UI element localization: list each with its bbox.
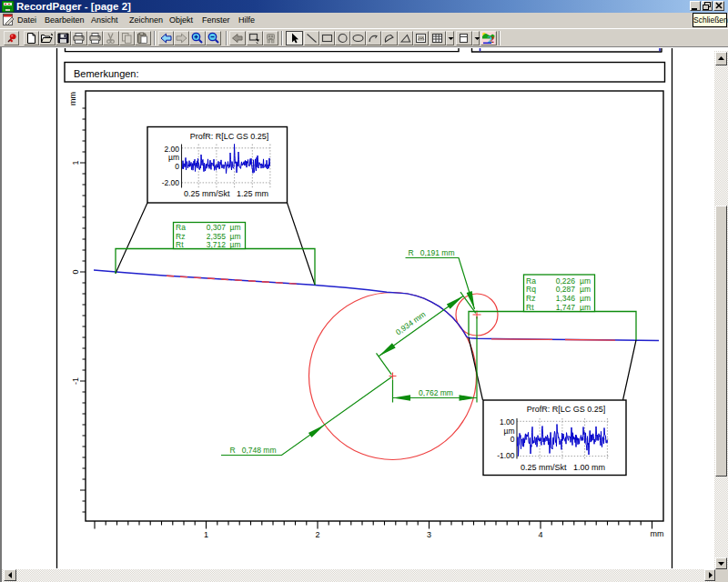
svg-text:µm: µm xyxy=(580,276,591,286)
svg-text:3: 3 xyxy=(427,530,431,539)
svg-text:0,226: 0,226 xyxy=(556,276,576,286)
svg-text:2,355: 2,355 xyxy=(207,232,227,241)
svg-text:0: 0 xyxy=(71,269,80,274)
svg-text:µm: µm xyxy=(230,240,241,249)
svg-text:0,287: 0,287 xyxy=(556,285,576,294)
svg-text:-2.00: -2.00 xyxy=(162,178,180,187)
svg-text:-1.00: -1.00 xyxy=(497,451,515,460)
svg-text:mm: mm xyxy=(68,92,77,105)
svg-text:ProfR: R[LC GS 0.25]: ProfR: R[LC GS 0.25] xyxy=(190,132,269,141)
svg-text:0.25 mm/Skt 1.00 mm: 0.25 mm/Skt 1.00 mm xyxy=(521,463,605,472)
svg-text:R 0,748 mm: R 0,748 mm xyxy=(230,446,277,455)
svg-text:µm: µm xyxy=(580,294,591,303)
svg-text:Rz: Rz xyxy=(176,232,185,241)
svg-text:0: 0 xyxy=(511,435,515,444)
svg-text:-1: -1 xyxy=(71,377,80,385)
svg-text:3,712: 3,712 xyxy=(207,240,227,249)
svg-text:µm: µm xyxy=(230,232,241,241)
svg-text:2: 2 xyxy=(315,530,319,539)
svg-text:1: 1 xyxy=(71,160,80,165)
svg-text:1,747: 1,747 xyxy=(556,303,576,312)
svg-text:0.25 mm/Skt 1.25 mm: 0.25 mm/Skt 1.25 mm xyxy=(184,189,268,198)
svg-text:Ra: Ra xyxy=(526,276,536,286)
svg-text:1,346: 1,346 xyxy=(556,294,576,303)
svg-text:µm: µm xyxy=(168,153,179,162)
svg-text:1: 1 xyxy=(204,530,208,539)
svg-text:0,762 mm: 0,762 mm xyxy=(419,388,453,397)
svg-text:0,307: 0,307 xyxy=(207,223,227,232)
svg-text:µm: µm xyxy=(504,426,515,436)
svg-text:Rq: Rq xyxy=(526,285,536,294)
svg-text:µm: µm xyxy=(230,223,241,232)
svg-text:Rt: Rt xyxy=(526,303,534,312)
svg-text:µm: µm xyxy=(580,303,591,312)
svg-text:µm: µm xyxy=(580,285,591,294)
svg-text:mm: mm xyxy=(651,529,664,538)
svg-text:1.00: 1.00 xyxy=(500,417,515,426)
svg-text:4: 4 xyxy=(538,530,542,539)
svg-text:R 0,191 mm: R 0,191 mm xyxy=(409,248,455,257)
svg-text:Rz: Rz xyxy=(526,294,535,303)
svg-text:Rt: Rt xyxy=(176,240,184,249)
svg-text:ProfR: R[LC GS 0.25]: ProfR: R[LC GS 0.25] xyxy=(527,405,606,414)
svg-text:0,934 mm: 0,934 mm xyxy=(394,309,428,336)
svg-text:2.00: 2.00 xyxy=(164,145,179,154)
svg-text:0: 0 xyxy=(175,162,179,171)
svg-text:Bemerkungen:: Bemerkungen: xyxy=(74,68,139,79)
svg-text:Ra: Ra xyxy=(176,223,186,232)
